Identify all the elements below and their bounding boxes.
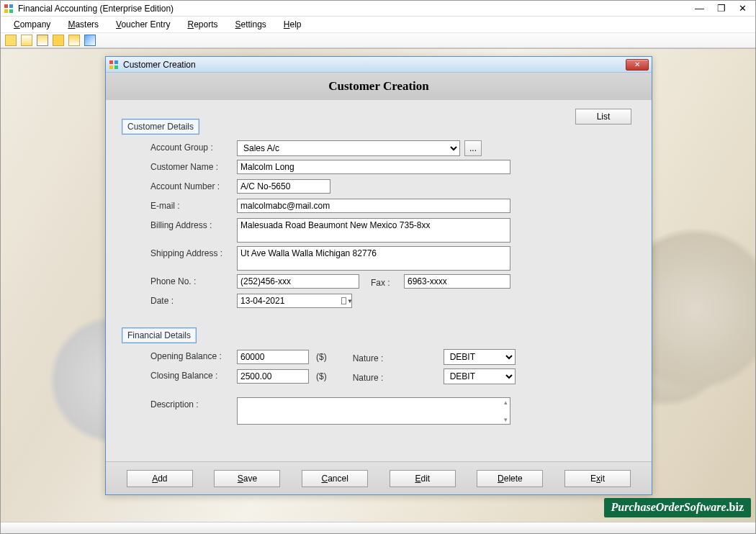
label-email: E-mail :	[150, 199, 237, 211]
label-account-number: Account Number :	[150, 179, 237, 191]
description-input[interactable]	[237, 397, 510, 425]
minimize-button[interactable]: —	[695, 3, 704, 14]
svg-rect-5	[114, 60, 118, 64]
customer-name-input[interactable]	[237, 160, 510, 174]
svg-rect-2	[4, 9, 8, 13]
phone-input[interactable]	[237, 274, 359, 289]
label-nature-2: Nature :	[353, 371, 439, 383]
dialog-titlebar: Customer Creation ✕	[106, 57, 652, 73]
maximize-button[interactable]: ❐	[717, 3, 726, 14]
shipping-address-input[interactable]: Ut Ave Walla Walla Michigan 82776	[237, 246, 510, 271]
toolbar-icon-3[interactable]	[37, 35, 48, 46]
dialog-title: Customer Creation	[123, 60, 626, 70]
window-controls: — ❐ ✕	[695, 3, 752, 14]
currency-label-1: ($)	[316, 352, 327, 362]
edit-button[interactable]: Edit	[390, 470, 456, 487]
exit-button[interactable]: Exit	[564, 470, 631, 487]
scroll-down-icon[interactable]: ▾	[504, 416, 508, 423]
dialog-header: Customer Creation	[106, 73, 652, 100]
label-nature-1: Nature :	[353, 351, 439, 363]
toolbar-icon-4[interactable]	[53, 35, 64, 46]
cancel-button[interactable]: Cancel	[302, 470, 368, 487]
svg-rect-7	[114, 65, 118, 69]
toolbar-icon-6[interactable]	[84, 35, 96, 46]
menu-settings[interactable]: Settings	[228, 18, 273, 31]
statusbar	[1, 522, 755, 533]
watermark: PurchaseOrderSoftware.biz	[604, 498, 751, 517]
menu-company[interactable]: Company	[6, 18, 58, 31]
work-area: Customer Creation ✕ Customer Creation Li…	[1, 48, 755, 522]
dialog-footer: Add Save Cancel Edit Delete Exit	[106, 461, 652, 494]
toolbar-icon-5[interactable]	[68, 35, 80, 46]
svg-rect-3	[9, 9, 13, 13]
close-button[interactable]: ✕	[739, 3, 747, 14]
menubar: Company Masters Voucher Entry Reports Se…	[1, 17, 755, 32]
date-input[interactable]	[237, 294, 352, 308]
dialog-body: List Customer Details Account Group : Sa…	[106, 100, 652, 431]
list-button[interactable]: List	[575, 109, 631, 125]
currency-label-2: ($)	[316, 371, 327, 381]
dialog-icon	[109, 60, 119, 70]
menu-voucher-entry[interactable]: Voucher Entry	[109, 18, 177, 31]
dialog-close-button[interactable]: ✕	[626, 59, 649, 71]
save-button[interactable]: Save	[214, 470, 280, 487]
calendar-icon[interactable]: ▼	[341, 296, 353, 306]
account-group-select[interactable]: Sales A/c	[237, 140, 460, 156]
email-input[interactable]	[237, 199, 510, 213]
app-window: Financial Accounting (Enterprise Edition…	[0, 0, 756, 534]
menu-masters[interactable]: Masters	[60, 18, 106, 31]
account-group-lookup-button[interactable]: ...	[464, 140, 482, 156]
svg-rect-6	[109, 65, 113, 69]
app-title: Financial Accounting (Enterprise Edition…	[18, 4, 695, 14]
closing-balance-input[interactable]	[237, 369, 309, 384]
fax-input[interactable]	[404, 274, 510, 289]
label-closing-balance: Closing Balance :	[150, 368, 237, 381]
label-opening-balance: Opening Balance :	[150, 349, 237, 361]
customer-details-form: Account Group : Sales A/c ... Customer N…	[150, 140, 636, 309]
add-button[interactable]: Add	[127, 470, 193, 487]
nature-select-1[interactable]: DEBIT	[444, 349, 516, 365]
nature-select-2[interactable]: DEBIT	[444, 368, 516, 384]
account-number-input[interactable]	[237, 179, 330, 194]
toolbar	[1, 32, 755, 48]
label-shipping-address: Shipping Address :	[150, 246, 237, 258]
section-customer-details: Customer Details	[122, 119, 199, 135]
svg-rect-4	[109, 60, 113, 64]
svg-rect-0	[4, 4, 8, 8]
billing-address-input[interactable]: Malesuada Road Beaumont New Mexico 735-8…	[237, 218, 510, 243]
toolbar-icon-1[interactable]	[5, 35, 17, 46]
label-date: Date :	[150, 294, 237, 306]
svg-rect-1	[9, 4, 13, 8]
label-account-group: Account Group :	[150, 140, 237, 153]
delete-button[interactable]: Delete	[477, 470, 543, 487]
label-description: Description :	[150, 397, 237, 409]
scroll-up-icon[interactable]: ▴	[504, 399, 508, 406]
financial-details-form: Opening Balance : ($) Nature : DEBIT Clo…	[150, 349, 636, 425]
label-fax: Fax :	[371, 276, 400, 288]
opening-balance-input[interactable]	[237, 350, 309, 364]
label-phone: Phone No. :	[150, 274, 237, 286]
titlebar: Financial Accounting (Enterprise Edition…	[1, 1, 755, 17]
menu-help[interactable]: Help	[276, 18, 309, 31]
section-financial-details: Financial Details	[122, 327, 197, 343]
app-icon	[4, 4, 14, 14]
label-customer-name: Customer Name :	[150, 160, 237, 172]
label-billing-address: Billing Address :	[150, 218, 237, 230]
customer-creation-dialog: Customer Creation ✕ Customer Creation Li…	[105, 56, 652, 495]
toolbar-icon-2[interactable]	[21, 35, 32, 46]
menu-reports[interactable]: Reports	[180, 18, 225, 31]
